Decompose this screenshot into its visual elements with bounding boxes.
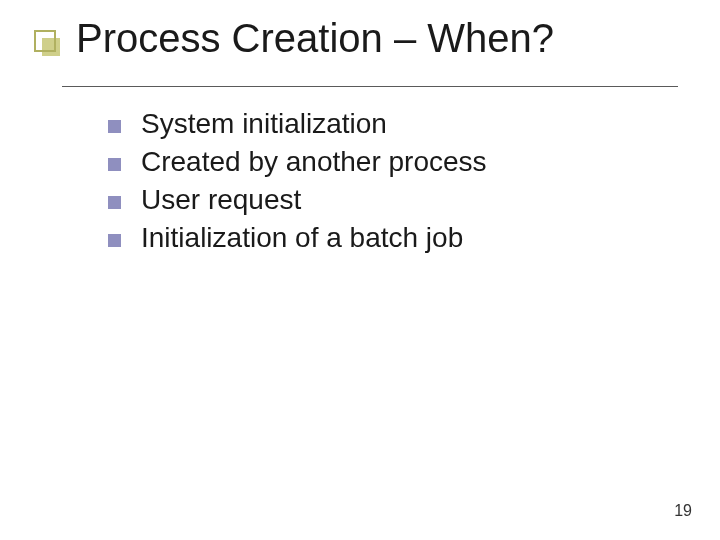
- list-item-text: Initialization of a batch job: [141, 222, 463, 254]
- list-item: Initialization of a batch job: [108, 222, 680, 254]
- list-item: User request: [108, 184, 680, 216]
- square-bullet-icon: [108, 234, 121, 247]
- list-item: System initialization: [108, 108, 680, 140]
- title-accent-icon: [34, 30, 60, 56]
- square-bullet-icon: [108, 196, 121, 209]
- bullet-list: System initialization Created by another…: [108, 108, 680, 260]
- list-item-text: System initialization: [141, 108, 387, 140]
- page-number: 19: [674, 502, 692, 520]
- title-area: Process Creation – When?: [34, 16, 700, 61]
- list-item-text: Created by another process: [141, 146, 487, 178]
- title-underline: [62, 86, 678, 87]
- list-item-text: User request: [141, 184, 301, 216]
- list-item: Created by another process: [108, 146, 680, 178]
- slide-title: Process Creation – When?: [76, 16, 700, 61]
- square-bullet-icon: [108, 158, 121, 171]
- square-bullet-icon: [108, 120, 121, 133]
